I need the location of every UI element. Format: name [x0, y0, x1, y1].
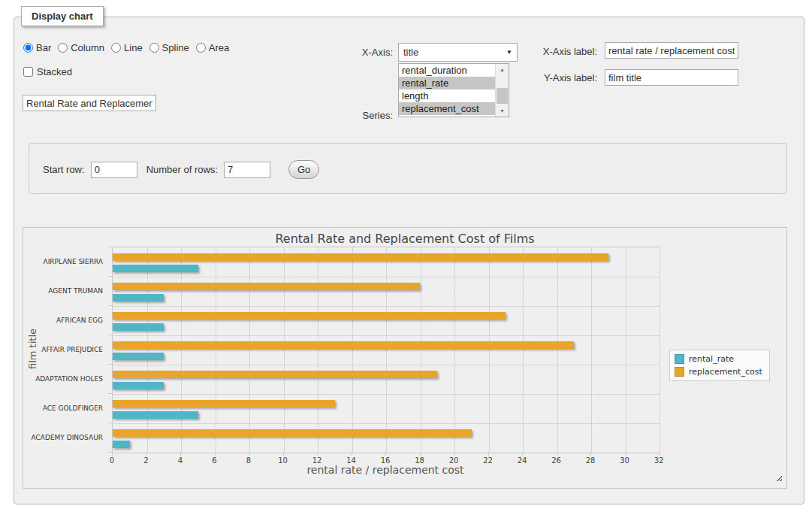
bar-replacement_cost — [113, 341, 574, 349]
start-row-label: Start row: — [43, 164, 85, 175]
bar-replacement_cost — [113, 371, 437, 378]
series-option-length[interactable]: length — [399, 89, 496, 102]
num-rows-input[interactable] — [224, 162, 270, 178]
radio-label: Line — [124, 42, 143, 53]
gridline-vertical — [421, 247, 421, 453]
series-listbox-items: rental_durationrental_ratelengthreplacem… — [399, 64, 509, 115]
gridline-vertical — [591, 247, 592, 453]
fieldset-legend: Display chart — [21, 6, 104, 26]
bar-rental_rate — [113, 265, 198, 272]
listbox-scrollbar[interactable]: ▲ ▼ — [495, 64, 509, 117]
radio-area[interactable] — [196, 43, 206, 53]
x-tick-mark — [625, 453, 626, 456]
chart-type-options: BarColumnLineSplineArea — [23, 42, 236, 53]
gridline-horizontal — [113, 365, 660, 365]
scroll-down-icon[interactable]: ▼ — [496, 105, 509, 117]
gridline-vertical — [489, 247, 490, 453]
x-tick-mark — [112, 453, 113, 456]
scrollbar-thumb[interactable] — [497, 88, 508, 104]
num-rows-label: Number of rows: — [146, 164, 218, 175]
radio-spline[interactable] — [149, 43, 159, 53]
radio-column[interactable] — [58, 43, 68, 53]
start-row-input[interactable] — [91, 162, 137, 178]
row-controls-panel: Start row: Number of rows: Go — [29, 143, 787, 194]
radio-label: Area — [209, 42, 229, 53]
chart-title-input[interactable] — [23, 95, 156, 111]
category-label: AGENT TRUMAN — [23, 276, 103, 305]
stacked-label: Stacked — [37, 66, 72, 77]
gridline-vertical — [318, 247, 318, 453]
radio-label: Bar — [36, 42, 51, 53]
x-axis-select[interactable]: title ▼ — [398, 43, 518, 62]
chart-container: Rental Rate and Replacement Cost of Film… — [23, 227, 787, 489]
gridline-vertical — [249, 247, 250, 453]
bar-replacement_cost — [113, 253, 608, 261]
x-tick-mark — [317, 453, 318, 456]
bar-rental_rate — [113, 323, 164, 331]
bar-replacement_cost — [113, 283, 420, 290]
legend-label: replacement_cost — [689, 367, 762, 377]
radio-bar[interactable] — [23, 43, 33, 53]
gridline-vertical — [523, 247, 524, 453]
x-axis-label-input[interactable] — [605, 42, 738, 59]
x-tick-mark — [283, 453, 284, 456]
chart-type-option-bar[interactable]: Bar — [23, 42, 51, 53]
page: Display chart BarColumnLineSplineArea St… — [0, 0, 812, 512]
category-labels: AIRPLANE SIERRAAGENT TRUMANAFRICAN EGGAF… — [23, 247, 107, 452]
series-option-rental_rate[interactable]: rental_rate — [399, 77, 496, 89]
x-tick-mark — [454, 453, 454, 456]
gridline-vertical — [386, 247, 387, 453]
bar-rental_rate — [113, 441, 130, 448]
category-label: AFRICAN EGG — [23, 305, 103, 335]
gridline-vertical — [454, 247, 455, 453]
gridline-horizontal — [113, 335, 660, 336]
x-tick-mark — [557, 453, 557, 456]
bar-rental_rate — [113, 353, 164, 360]
bar-rental_rate — [113, 382, 164, 389]
row-controls: Start row: Number of rows: Go — [43, 160, 319, 179]
bar-rental_rate — [113, 294, 164, 301]
gridline-vertical — [352, 247, 353, 453]
x-tick-mark — [522, 453, 523, 456]
chart-title: Rental Rate and Replacement Cost of Film… — [23, 232, 786, 246]
gridline-vertical — [557, 247, 558, 453]
bar-replacement_cost — [113, 312, 506, 320]
plot-area — [112, 247, 660, 453]
chart-type-option-column[interactable]: Column — [58, 42, 104, 53]
x-tick-mark — [590, 453, 591, 456]
x-tick-mark — [488, 453, 489, 456]
x-axis-title: rental rate / replacement cost — [112, 464, 659, 476]
series-label: Series: — [323, 110, 393, 121]
x-axis-select-label: X-Axis: — [323, 47, 393, 58]
radio-line[interactable] — [111, 43, 121, 53]
x-tick-mark — [659, 453, 660, 456]
series-option-replacement_cost[interactable]: replacement_cost — [399, 102, 496, 115]
bar-replacement_cost — [113, 429, 472, 437]
category-label: AFFAIR PREJUDICE — [23, 335, 103, 364]
y-axis-label-input[interactable] — [605, 69, 738, 86]
resize-handle-icon[interactable] — [774, 474, 782, 481]
stacked-checkbox[interactable] — [23, 67, 33, 77]
chart-type-option-spline[interactable]: Spline — [149, 42, 189, 53]
stacked-checkbox-row[interactable]: Stacked — [23, 66, 72, 77]
gridline-vertical — [626, 247, 626, 453]
x-axis-selected-value: title — [403, 47, 418, 58]
series-option-rental_duration[interactable]: rental_duration — [399, 64, 496, 77]
chart-type-option-line[interactable]: Line — [111, 42, 143, 53]
gridline-vertical — [147, 247, 148, 453]
legend-item-replacement_cost[interactable]: replacement_cost — [675, 367, 762, 377]
scroll-up-icon[interactable]: ▲ — [496, 64, 509, 75]
legend-label: rental_rate — [689, 354, 734, 364]
gridline-vertical — [216, 247, 216, 453]
legend-swatch — [675, 354, 684, 364]
x-tick-mark — [180, 453, 181, 456]
x-tick-mark — [420, 453, 421, 456]
chart-type-option-area[interactable]: Area — [196, 42, 229, 53]
gridline-vertical — [181, 247, 182, 453]
legend-item-rental_rate[interactable]: rental_rate — [675, 354, 762, 364]
x-axis-label-text: X-Axis label: — [526, 46, 597, 57]
bar-replacement_cost — [113, 400, 335, 407]
go-button[interactable]: Go — [288, 160, 319, 179]
x-tick-mark — [146, 453, 147, 456]
series-listbox[interactable]: rental_durationrental_ratelengthreplacem… — [398, 63, 509, 117]
